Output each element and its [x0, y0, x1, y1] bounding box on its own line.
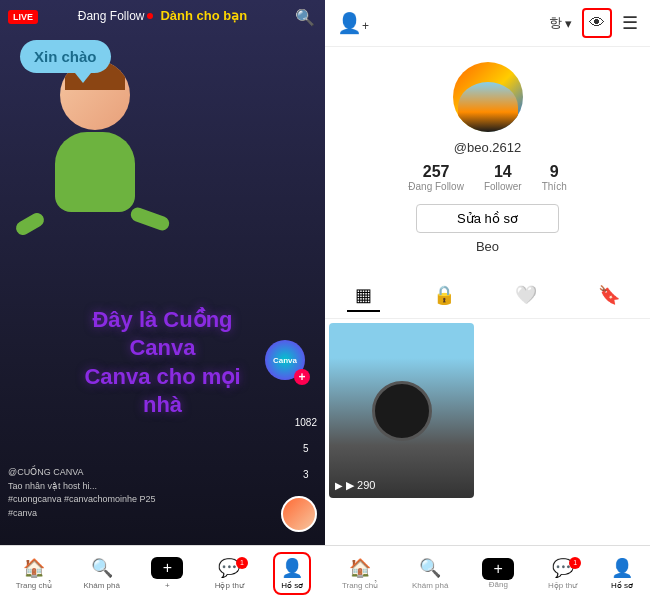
rnav-add[interactable]: + Đăng [482, 558, 514, 589]
nav-home-label: Trang chủ [16, 581, 52, 590]
side-num-3: 3 [303, 469, 309, 480]
nav-explore-label: Khám phá [83, 581, 119, 590]
inbox-badge: 1 [236, 557, 248, 569]
play-count-label: ▶ 290 [346, 479, 375, 492]
rnav-home-icon: 🏠 [349, 557, 371, 579]
follow-text-label: Đang Follow [78, 9, 145, 23]
speech-bubble: Xin chào [20, 40, 111, 73]
followers-label: Follower [484, 181, 522, 192]
profile-avatar [453, 62, 523, 132]
content-grid: ▶ ▶ 290 [325, 319, 650, 545]
bottom-avatar [281, 496, 317, 532]
stat-followers: 14 Follower [484, 163, 522, 192]
side-num-2: 5 [303, 443, 309, 454]
right-top-bar: 👤+ 항 ▾ 👁 ☰ [325, 0, 650, 47]
title-line-2: Canva [129, 335, 195, 360]
rnav-inbox-label: Hộp thư [548, 581, 577, 590]
title-line-3: Canva cho mọi [84, 364, 240, 389]
side-num-1: 1082 [295, 417, 317, 428]
profile-username: @beo.2612 [454, 140, 521, 155]
rnav-explore-icon: 🔍 [419, 557, 441, 579]
nav-inbox-label: Hộp thư [215, 581, 244, 590]
explore-icon: 🔍 [91, 557, 113, 579]
char-body [55, 132, 135, 212]
rnav-home-label: Trang chủ [342, 581, 378, 590]
rnav-explore[interactable]: 🔍 Khám phá [412, 557, 448, 590]
canva-badge-label: Canva [273, 356, 297, 365]
video-circle [372, 381, 432, 441]
play-icon: ▶ [335, 480, 343, 491]
rnav-add-icon: + [482, 558, 514, 580]
num-item-3: 3 [303, 469, 309, 480]
nav-profile[interactable]: 👤 Hồ sơ [275, 554, 309, 593]
sub-text: @CUỒNG CANVA Tao nhân vật host hi... #cu… [8, 466, 265, 520]
nav-explore[interactable]: 🔍 Khám phá [83, 557, 119, 590]
likes-num: 9 [542, 163, 567, 181]
edit-profile-label: Sửa hồ sơ [457, 211, 518, 226]
video-play-count: ▶ ▶ 290 [335, 479, 375, 492]
menu-icon[interactable]: ☰ [622, 12, 638, 34]
right-panel: 👤+ 항 ▾ 👁 ☰ @beo.2612 257 Đang Follow 14 [325, 0, 650, 600]
tab-bookmark[interactable]: 🔖 [590, 280, 628, 312]
rnav-profile-label: Hồ sơ [611, 581, 633, 590]
followers-num: 14 [484, 163, 522, 181]
language-button[interactable]: 항 ▾ [549, 14, 572, 32]
likes-label: Thích [542, 181, 567, 192]
danh-cho-ban-label: Dành cho bạn [160, 8, 247, 23]
num-item-1: 1082 [295, 417, 317, 428]
rnav-profile-icon: 👤 [611, 557, 633, 579]
rnav-home[interactable]: 🏠 Trang chủ [342, 557, 378, 590]
stat-following: 257 Đang Follow [408, 163, 464, 192]
tabs-row: ▦ 🔒 🤍 🔖 [325, 274, 650, 319]
follow-text: Đang Follow Dành cho bạn [78, 8, 247, 23]
video-thumbnail[interactable]: ▶ ▶ 290 [329, 323, 474, 498]
profile-section: @beo.2612 257 Đang Follow 14 Follower 9 … [325, 47, 650, 274]
following-label: Đang Follow [408, 181, 464, 192]
stats-row: 257 Đang Follow 14 Follower 9 Thích [408, 163, 566, 192]
nav-inbox[interactable]: 💬 1 Hộp thư [215, 557, 244, 590]
rnav-explore-label: Khám phá [412, 581, 448, 590]
tab-heart[interactable]: 🤍 [507, 280, 545, 312]
rnav-profile[interactable]: 👤 Hồ sơ [611, 557, 633, 590]
left-bottom-nav: 🏠 Trang chủ 🔍 Khám phá + + 💬 1 Hộp thư 👤… [0, 545, 325, 600]
home-icon: 🏠 [23, 557, 45, 579]
add-icon: + [151, 557, 183, 579]
nav-profile-label: Hồ sơ [281, 581, 303, 590]
tab-lock[interactable]: 🔒 [425, 280, 463, 312]
nav-add[interactable]: + + [151, 557, 183, 590]
right-top-icons: 항 ▾ 👁 ☰ [549, 8, 638, 38]
following-num: 257 [408, 163, 464, 181]
stat-likes: 9 Thích [542, 163, 567, 192]
nav-home[interactable]: 🏠 Trang chủ [16, 557, 52, 590]
rnav-add-label: Đăng [489, 580, 508, 589]
profile-icon: 👤 [281, 557, 303, 579]
video-thumb-inner [329, 323, 474, 498]
search-icon[interactable]: 🔍 [295, 8, 315, 27]
avatar-inner [458, 82, 518, 132]
num-item-2: 5 [303, 443, 309, 454]
nav-add-label: + [165, 581, 170, 590]
character-avatar [30, 60, 160, 240]
add-user-icon[interactable]: 👤+ [337, 11, 369, 35]
sub-text-block: @CUỒNG CANVA Tao nhân vật host hi... #cu… [8, 466, 265, 520]
display-name: Beo [476, 239, 499, 254]
right-side-numbers: 1082 5 3 [295, 417, 317, 480]
canva-plus-icon[interactable]: + [294, 369, 310, 385]
tab-videos[interactable]: ▦ [347, 280, 380, 312]
eye-icon: 👁 [589, 14, 605, 32]
rnav-inbox-badge: 1 [569, 557, 581, 569]
lang-label: 항 [549, 14, 562, 32]
eye-button[interactable]: 👁 [582, 8, 612, 38]
left-top-bar: Đang Follow Dành cho bạn [0, 8, 325, 23]
speech-bubble-text: Xin chào [34, 48, 97, 65]
right-bottom-nav: 🏠 Trang chủ 🔍 Khám phá + Đăng 💬 1 Hộp th… [325, 545, 650, 600]
rnav-inbox[interactable]: 💬 1 Hộp thư [548, 557, 577, 590]
lang-arrow-icon: ▾ [565, 16, 572, 31]
follow-dot-icon [147, 13, 153, 19]
title-line-1: Đây là Cuồng [92, 307, 232, 332]
title-line-4: nhà [143, 392, 182, 417]
edit-profile-button[interactable]: Sửa hồ sơ [416, 204, 559, 233]
left-panel: LIVE Đang Follow Dành cho bạn 🔍 Xin chào… [0, 0, 325, 600]
